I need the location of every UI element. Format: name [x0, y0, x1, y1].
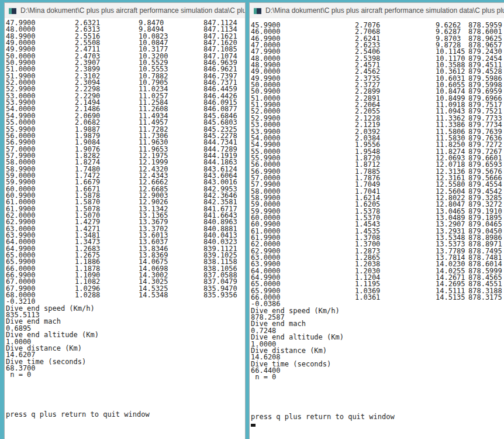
blank-line: [5, 379, 245, 385]
window-title: D:\Mina dokument\C plus plus aircraft pe…: [20, 6, 245, 15]
summary-label: Dive end mach: [250, 321, 504, 327]
table-cell: 835.9356: [203, 292, 237, 299]
blank-line: [5, 385, 245, 392]
blank-line: [250, 394, 504, 400]
n-counter-line: n = 0: [5, 372, 245, 378]
table-cell: 66.0000: [251, 294, 281, 301]
summary-label: Dive time (seconds): [5, 359, 245, 365]
summary-label: Dive end altitude (Km): [5, 332, 245, 338]
blank-line: [5, 399, 245, 405]
summary-value: 68.3700: [5, 365, 245, 372]
table-cell: 14.5348: [139, 292, 168, 299]
titlebar-left[interactable]: D:\Mina dokument\C plus plus aircraft pe…: [5, 3, 245, 18]
summary-label: Dive end speed (Km/h): [5, 306, 245, 312]
blank-line: [5, 392, 245, 398]
summary-label: Dive end speed (Km/h): [250, 308, 504, 314]
text-cursor: [251, 424, 256, 427]
console-output-left[interactable]: 47.99002.63219.8470847.112448.00002.6313…: [5, 18, 245, 439]
table-row: 66.00001.036114.5135878.3175: [250, 294, 504, 301]
table-row: 68.00001.028814.5348835.9356: [5, 292, 245, 299]
table-cell: 878.3175: [468, 294, 502, 301]
quit-prompt: press q plus return to quit window: [250, 414, 504, 420]
summary-label: Dive end mach: [5, 318, 245, 325]
table-cell: 14.5135: [436, 294, 465, 301]
cursor-line: [250, 421, 504, 427]
n-counter-line: n = 0: [250, 374, 504, 380]
console-window-right[interactable]: D:\Mina dokument\C plus plus aircraft pe…: [249, 2, 504, 439]
table-cell: 68.0000: [6, 292, 36, 299]
console-window-left[interactable]: D:\Mina dokument\C plus plus aircraft pe…: [4, 2, 246, 439]
titlebar-right[interactable]: D:\Mina dokument\C plus plus aircraft pe…: [250, 3, 504, 18]
summary-label: Dive time (seconds): [250, 361, 504, 368]
desktop: { "desktop": { "background": "#58b2c3" }…: [0, 0, 504, 439]
console-output-right[interactable]: 45.99002.70769.6262878.595946.00002.7068…: [250, 18, 504, 439]
summary-label: Dive distance (Km): [5, 345, 245, 352]
window-title: D:\Mina dokument\C plus plus aircraft pe…: [265, 6, 504, 15]
console-icon[interactable]: [254, 7, 261, 14]
summary-label: Dive distance (Km): [250, 348, 504, 354]
summary-value: 66.4400: [250, 368, 504, 374]
console-icon[interactable]: [9, 7, 16, 14]
table-cell: 1.0361: [355, 294, 380, 301]
blank-line: [250, 401, 504, 407]
blank-line: [250, 381, 504, 387]
summary-label: Dive end altitude (Km): [250, 334, 504, 341]
table-cell: 1.0288: [75, 292, 100, 299]
blank-line: [250, 387, 504, 394]
quit-prompt: press q plus return to quit window: [5, 411, 245, 418]
